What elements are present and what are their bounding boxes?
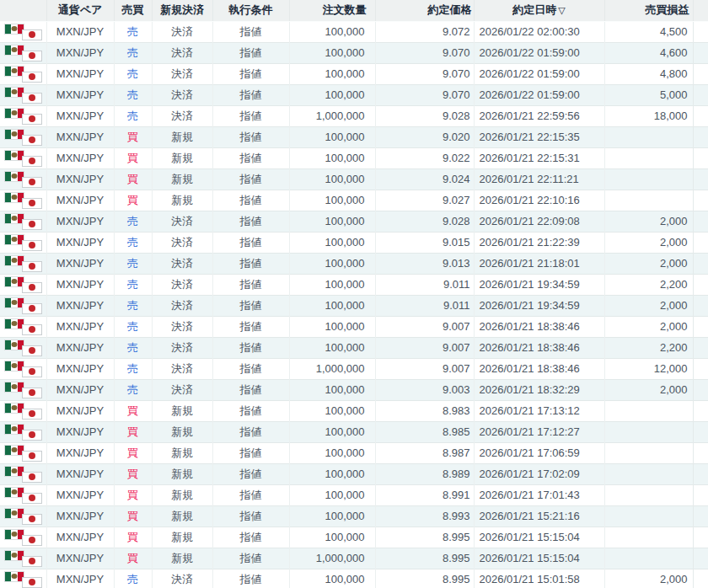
execution-price-value: 9.007 bbox=[375, 337, 474, 358]
table-row[interactable]: MXN/JPY 売 決済 指値 100,000 9.015 2026/01/21… bbox=[0, 232, 708, 253]
row-filler bbox=[693, 211, 708, 232]
table-row[interactable]: MXN/JPY 売 決済 指値 100,000 9.028 2026/01/21… bbox=[0, 211, 708, 232]
table-row[interactable]: MXN/JPY 買 新規 指値 100,000 8.993 2026/01/21… bbox=[0, 505, 708, 527]
table-row[interactable]: MXN/JPY 買 新規 指値 100,000 8.983 2026/01/21… bbox=[0, 400, 708, 421]
side-label: 買 bbox=[114, 442, 152, 463]
header-execution-price[interactable]: 約定価格 bbox=[375, 0, 474, 21]
table-row[interactable]: MXN/JPY 買 新規 指値 100,000 8.985 2026/01/21… bbox=[0, 421, 708, 442]
profit-loss-value: 2,000 bbox=[604, 211, 693, 232]
execution-condition-label: 指値 bbox=[212, 42, 289, 63]
currency-pair-label: MXN/JPY bbox=[46, 505, 114, 527]
execution-price-value: 9.028 bbox=[375, 105, 474, 126]
execution-datetime-value: 2026/01/22 01:59:00 bbox=[474, 63, 604, 84]
currency-pair-label: MXN/JPY bbox=[46, 463, 114, 484]
profit-loss-value bbox=[604, 190, 693, 211]
header-execution-datetime[interactable]: 約定日時▽ bbox=[474, 0, 604, 21]
execution-condition-label: 指値 bbox=[212, 105, 289, 126]
row-filler bbox=[693, 63, 708, 84]
table-row[interactable]: MXN/JPY 売 決済 指値 100,000 9.070 2026/01/22… bbox=[0, 42, 708, 63]
table-row[interactable]: MXN/JPY 売 決済 指値 100,000 9.070 2026/01/22… bbox=[0, 63, 708, 84]
header-execution-datetime-label: 約定日時 bbox=[512, 3, 556, 16]
execution-datetime-value: 2026/01/21 22:09:08 bbox=[474, 211, 604, 232]
side-label: 買 bbox=[114, 168, 152, 190]
table-row[interactable]: MXN/JPY 売 決済 指値 100,000 9.070 2026/01/22… bbox=[0, 84, 708, 105]
table-row[interactable]: MXN/JPY 売 決済 指値 100,000 9.072 2026/01/22… bbox=[0, 21, 708, 42]
currency-pair-label: MXN/JPY bbox=[46, 484, 114, 505]
header-filler bbox=[693, 0, 708, 21]
currency-pair-label: MXN/JPY bbox=[46, 126, 114, 147]
table-row[interactable]: MXN/JPY 売 決済 指値 100,000 9.007 2026/01/21… bbox=[0, 316, 708, 337]
japan-flag-icon bbox=[22, 303, 42, 314]
open-close-label: 決済 bbox=[152, 42, 212, 63]
flag-pair bbox=[4, 191, 45, 210]
order-quantity-value: 100,000 bbox=[289, 316, 375, 337]
header-order-quantity[interactable]: 注文数量 bbox=[289, 0, 375, 21]
japan-flag-icon bbox=[22, 156, 42, 167]
order-quantity-value: 1,000,000 bbox=[289, 548, 375, 569]
flag-pair bbox=[4, 381, 45, 399]
japan-flag-icon bbox=[22, 282, 42, 293]
header-open-close[interactable]: 新規決済 bbox=[152, 0, 212, 21]
header-flag bbox=[0, 0, 46, 21]
order-quantity-value: 100,000 bbox=[289, 463, 375, 484]
row-filler bbox=[693, 126, 708, 147]
table-row[interactable]: MXN/JPY 買 新規 指値 100,000 8.987 2026/01/21… bbox=[0, 442, 708, 463]
table-row[interactable]: MXN/JPY 売 決済 指値 100,000 9.007 2026/01/21… bbox=[0, 337, 708, 358]
japan-flag-icon bbox=[22, 93, 42, 104]
row-filler bbox=[693, 400, 708, 421]
profit-loss-value: 2,000 bbox=[604, 379, 693, 400]
execution-condition-label: 指値 bbox=[212, 442, 289, 463]
currency-pair-label: MXN/JPY bbox=[46, 274, 114, 295]
header-currency-pair[interactable]: 通貨ペア bbox=[46, 0, 114, 21]
profit-loss-value: 2,000 bbox=[604, 295, 693, 316]
japan-flag-icon bbox=[22, 472, 42, 483]
currency-pair-flags bbox=[0, 569, 46, 588]
header-execution-condition[interactable]: 執行条件 bbox=[212, 0, 289, 21]
execution-price-value: 8.993 bbox=[375, 505, 474, 527]
header-side[interactable]: 売買 bbox=[114, 0, 152, 21]
table-row[interactable]: MXN/JPY 買 新規 指値 100,000 9.022 2026/01/21… bbox=[0, 147, 708, 168]
table-row[interactable]: MXN/JPY 売 決済 指値 100,000 9.013 2026/01/21… bbox=[0, 253, 708, 274]
flag-pair bbox=[4, 65, 45, 83]
execution-price-value: 9.070 bbox=[375, 84, 474, 105]
open-close-label: 決済 bbox=[152, 358, 212, 379]
currency-pair-label: MXN/JPY bbox=[46, 421, 114, 442]
table-row[interactable]: MXN/JPY 買 新規 指値 100,000 9.024 2026/01/21… bbox=[0, 168, 708, 190]
trade-history-screen: 通貨ペア 売買 新規決済 執行条件 注文数量 約定価格 約定日時▽ 売買損益 M… bbox=[0, 0, 708, 588]
currency-pair-flags bbox=[0, 42, 46, 63]
header-profit-loss[interactable]: 売買損益 bbox=[604, 0, 693, 21]
table-row[interactable]: MXN/JPY 買 新規 指値 100,000 8.989 2026/01/21… bbox=[0, 463, 708, 484]
execution-condition-label: 指値 bbox=[212, 505, 289, 527]
open-close-label: 新規 bbox=[152, 168, 212, 190]
execution-condition-label: 指値 bbox=[212, 527, 289, 548]
table-row[interactable]: MXN/JPY 売 決済 指値 100,000 9.011 2026/01/21… bbox=[0, 274, 708, 295]
row-filler bbox=[693, 316, 708, 337]
table-row[interactable]: MXN/JPY 買 新規 指値 100,000 9.020 2026/01/21… bbox=[0, 126, 708, 147]
table-row[interactable]: MXN/JPY 売 決済 指値 100,000 9.011 2026/01/21… bbox=[0, 295, 708, 316]
execution-price-value: 8.995 bbox=[375, 548, 474, 569]
execution-datetime-value: 2026/01/21 22:11:21 bbox=[474, 168, 604, 190]
flag-pair bbox=[4, 86, 45, 104]
table-row[interactable]: MXN/JPY 売 決済 指値 100,000 9.003 2026/01/21… bbox=[0, 379, 708, 400]
profit-loss-value: 2,000 bbox=[604, 569, 693, 588]
profit-loss-value: 12,000 bbox=[604, 358, 693, 379]
table-row[interactable]: MXN/JPY 買 新規 指値 100,000 8.991 2026/01/21… bbox=[0, 484, 708, 505]
execution-condition-label: 指値 bbox=[212, 295, 289, 316]
execution-datetime-value: 2026/01/21 17:13:12 bbox=[474, 400, 604, 421]
japan-flag-icon bbox=[22, 430, 42, 441]
table-row[interactable]: MXN/JPY 買 新規 指値 1,000,000 8.995 2026/01/… bbox=[0, 548, 708, 569]
japan-flag-icon bbox=[22, 135, 42, 146]
row-filler bbox=[693, 463, 708, 484]
table-row[interactable]: MXN/JPY 買 新規 指値 100,000 9.027 2026/01/21… bbox=[0, 190, 708, 211]
japan-flag-icon bbox=[22, 177, 42, 188]
row-filler bbox=[693, 442, 708, 463]
execution-datetime-value: 2026/01/21 17:02:09 bbox=[474, 463, 604, 484]
execution-datetime-value: 2026/01/21 15:01:58 bbox=[474, 569, 604, 588]
table-row[interactable]: MXN/JPY 売 決済 指値 1,000,000 9.007 2026/01/… bbox=[0, 358, 708, 379]
table-row[interactable]: MXN/JPY 売 決済 指値 100,000 8.995 2026/01/21… bbox=[0, 569, 708, 588]
japan-flag-icon bbox=[22, 451, 42, 462]
flag-pair bbox=[4, 549, 45, 568]
currency-pair-label: MXN/JPY bbox=[46, 358, 114, 379]
table-row[interactable]: MXN/JPY 買 新規 指値 100,000 8.995 2026/01/21… bbox=[0, 527, 708, 548]
table-row[interactable]: MXN/JPY 売 決済 指値 1,000,000 9.028 2026/01/… bbox=[0, 105, 708, 126]
